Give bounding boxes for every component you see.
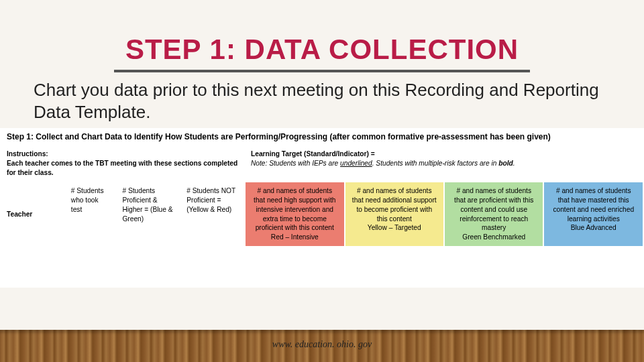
footer-url: www. education. ohio. gov — [0, 339, 644, 350]
note-end: . — [513, 160, 515, 167]
col-not-proficient: # Students NOT Proficient = (Yellow & Re… — [180, 182, 245, 247]
teacher-label: Teacher — [1, 182, 65, 247]
data-cell — [345, 247, 444, 287]
instructions-cell: Instructions: Each teacher comes to the … — [1, 145, 245, 182]
title-underline — [114, 70, 530, 72]
data-cell — [65, 247, 117, 287]
data-cell — [116, 247, 180, 287]
col-students-took-test: # Students who took test — [65, 182, 117, 247]
col-proficient: # Students Proficient & Higher = (Blue &… — [116, 182, 180, 247]
template-table: Instructions: Each teacher comes to the … — [0, 144, 644, 288]
category-red: # and names of students that need high s… — [245, 182, 344, 247]
data-cell — [543, 247, 643, 287]
note-bold: bold — [498, 160, 513, 167]
learning-target-cell: Learning Target (Standard/Indicator) = N… — [245, 145, 643, 182]
data-template: Step 1: Collect and Chart Data to Identi… — [0, 128, 644, 288]
data-cell — [180, 247, 245, 287]
data-cell — [1, 247, 65, 287]
template-step-heading: Step 1: Collect and Chart Data to Identi… — [0, 128, 644, 144]
category-yellow: # and names of students that need additi… — [345, 182, 444, 247]
instructions-label: Instructions: — [7, 149, 239, 159]
category-green: # and names of students that are profici… — [444, 182, 543, 247]
slide-title: STEP 1: DATA COLLECTION — [0, 34, 644, 66]
category-blue: # and names of students that have master… — [543, 182, 643, 247]
note-underlined: underlined — [340, 160, 372, 167]
instructions-text: Each teacher comes to the TBT meeting wi… — [7, 159, 239, 178]
data-cell — [444, 247, 543, 287]
learning-target-label: Learning Target (Standard/Indicator) = — [251, 149, 637, 159]
note-mid2: . Students with multiple-risk factors ar… — [372, 160, 499, 167]
note-mid1: Students with IEPs are — [267, 160, 340, 167]
slide-subtitle: Chart you data prior to this next meetin… — [0, 79, 644, 128]
note-prefix: Note: — [251, 160, 267, 167]
note-text: Note: Students with IEPs are underlined.… — [251, 159, 637, 168]
data-cell — [245, 247, 344, 287]
